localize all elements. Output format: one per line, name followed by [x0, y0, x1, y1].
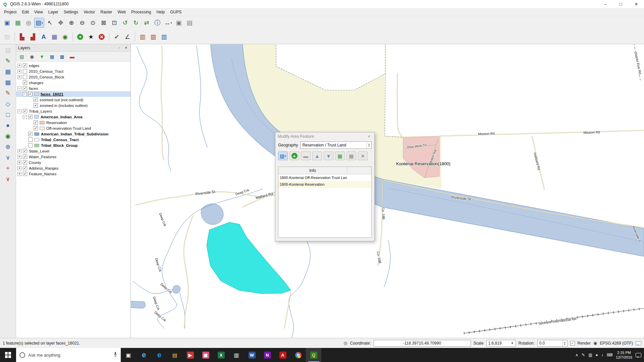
add-feature-button[interactable]: + — [75, 32, 85, 42]
move-tool-button[interactable]: ↖ — [45, 18, 55, 28]
collapse-all-button[interactable]: ▩ — [58, 53, 66, 61]
chevron-down-icon[interactable]: ▼ — [511, 342, 514, 345]
layer-item-changes[interactable]: ✓changes — [16, 80, 130, 85]
layer-checkbox[interactable] — [28, 143, 33, 147]
expander-icon[interactable]: − — [23, 92, 27, 96]
expander-icon[interactable]: + — [17, 155, 21, 159]
table-tool-button[interactable]: ▦ — [346, 152, 356, 160]
layer-checkbox[interactable] — [23, 69, 27, 73]
vertex-v-tool-button[interactable]: ∨ — [3, 153, 13, 162]
layer-checkbox[interactable]: ✓ — [23, 160, 27, 165]
expander-icon[interactable]: + — [17, 166, 21, 170]
sphere-tool-button[interactable]: ◉ — [3, 131, 13, 141]
photos-app-button[interactable]: ▣ — [198, 348, 213, 362]
layer-item-zoomed-out-not-outlined-[interactable]: ✓zoomed out (not outlined) — [16, 97, 130, 103]
layer-item-2010-census-block[interactable]: +2010_Census_Block — [16, 74, 130, 80]
layer-checkbox[interactable]: ✓ — [28, 115, 33, 119]
crosshair-tool-button[interactable]: + — [3, 164, 13, 173]
expander-icon[interactable]: + — [17, 75, 21, 79]
close-panel-button[interactable]: ✕ — [124, 46, 128, 50]
window-titlebar[interactable]: Q QGIS 2.8.3-Wien - 49901211800 –□✕ — [0, 0, 644, 8]
expander-icon[interactable]: + — [17, 172, 21, 176]
zoom-to-selection-button[interactable]: ⊡ — [109, 18, 119, 28]
layer-checkbox[interactable]: ✓ — [23, 155, 27, 159]
menu-web[interactable]: Web — [115, 9, 128, 15]
zoom-full-button[interactable]: ⊠ — [99, 18, 109, 28]
spinner-icon[interactable]: ▴▾ — [562, 340, 566, 346]
messages-icon[interactable] — [636, 341, 641, 345]
hidden-icons-button[interactable]: ∧ — [575, 353, 578, 357]
expander-icon[interactable]: − — [17, 86, 21, 90]
qgis-button[interactable]: Q — [306, 348, 321, 362]
layer-item-reservation[interactable]: ✓Reservation — [16, 120, 130, 125]
globe-tool-button[interactable]: ⊕ — [3, 142, 13, 152]
touch-keyboard-icon[interactable]: ⌨ — [607, 353, 612, 357]
zoom-next-button[interactable]: ↻ — [131, 18, 141, 28]
microphone-icon[interactable] — [113, 352, 117, 358]
epsg-label[interactable]: EPSG:4269 (OTF) — [600, 341, 633, 346]
save-project-button[interactable]: ▣ — [2, 18, 12, 28]
layer-checkbox[interactable]: ✓ — [23, 109, 27, 113]
copy-feature-button[interactable]: ▣ — [174, 18, 184, 28]
web-map-button[interactable]: ◉ — [60, 32, 70, 42]
info-column-header[interactable]: Info — [278, 167, 347, 174]
review-county-button[interactable]: ▥ — [159, 32, 169, 42]
rotation-spinner[interactable]: 0.0 ▴▾ — [537, 340, 568, 347]
grid-split-tool-button[interactable]: ▦ — [3, 67, 13, 76]
layer-item-feature-names[interactable]: +✓Feature_Names — [16, 171, 130, 177]
layer-item-faces[interactable]: −✓faces — [16, 85, 130, 91]
digitize-tool-button[interactable]: ✎ — [3, 56, 13, 66]
menu-raster[interactable]: Raster — [98, 9, 115, 15]
float-panel-button[interactable]: ▫ — [117, 46, 122, 50]
info-row[interactable]: 1800-Kootenai Reservation — [278, 181, 371, 188]
attribute-table-button[interactable]: ▦ — [49, 32, 59, 42]
close-button[interactable]: ✕ — [629, 0, 644, 8]
expander-icon[interactable]: − — [17, 109, 21, 113]
remove-layer-button[interactable]: ▬ — [68, 53, 76, 61]
dropdown-arrow-icon[interactable]: ▾ — [170, 21, 172, 24]
geography-select[interactable]: Reservation / Trust Land ▴▾ — [300, 141, 372, 149]
layer-checkbox[interactable]: ✓ — [23, 149, 27, 153]
expander-icon[interactable]: − — [23, 115, 27, 119]
onenote-button[interactable]: N — [260, 348, 275, 362]
menu-view[interactable]: View — [32, 9, 46, 15]
file-explorer-button[interactable]: ▤ — [167, 348, 182, 362]
expander-icon[interactable]: + — [17, 69, 21, 73]
start-button[interactable] — [0, 348, 16, 362]
layer-item-edges[interactable]: +✓edges — [16, 63, 130, 68]
menu-settings[interactable]: Settings — [61, 9, 81, 15]
taskbar-search[interactable]: Ask me anything — [16, 348, 121, 362]
scale-select[interactable]: 1:6,819 ▼ — [486, 340, 516, 347]
expander-icon[interactable]: + — [17, 161, 21, 165]
layer-item-tribal-layers[interactable]: −✓Tribal_Layers — [16, 108, 130, 114]
layer-item-tribal-block-group[interactable]: Tribal_Block_Group — [16, 142, 130, 148]
identify-button[interactable]: ⓘ — [152, 18, 162, 28]
layer-item-address-ranges[interactable]: +✓Address_Ranges — [16, 165, 130, 171]
rectangle-tool-button[interactable]: □ — [3, 110, 13, 119]
pen-icon[interactable]: ✎ — [582, 353, 585, 357]
layer-item-state-level[interactable]: +✓State_Level — [16, 148, 130, 154]
info-row[interactable]: 1800-Kootenai Off-Reservation Trust Land — [278, 174, 371, 181]
layer-item-water-features[interactable]: +✓Water_Features — [16, 154, 130, 160]
layer-checkbox[interactable]: ✓ — [23, 80, 27, 85]
layer-checkbox[interactable]: ✓ — [23, 166, 27, 170]
layer-checkbox[interactable]: ✓ — [34, 98, 38, 102]
review-tract-button[interactable]: ▥ — [148, 32, 158, 42]
network-icon[interactable]: ● — [595, 353, 598, 357]
layer-checkbox[interactable]: ✓ — [23, 63, 27, 68]
ie-button[interactable]: e — [136, 348, 152, 362]
menu-processing[interactable]: Processing — [128, 9, 154, 15]
edit-vertex-tool-button[interactable]: ✎ — [3, 88, 13, 98]
attributes-grid-tool-button[interactable]: ▦ — [335, 152, 345, 160]
acrobat-button[interactable]: A — [275, 348, 290, 362]
layer-item-off-reservation-trust-land[interactable]: ✓Off-reservation Trust Land — [16, 125, 130, 131]
dialog-titlebar[interactable]: Modify Area Feature ✕ — [275, 132, 374, 140]
add-group-button[interactable]: ▧ — [17, 53, 26, 61]
map-composer-button[interactable]: ▦ — [13, 18, 23, 28]
select-area-button[interactable]: ▨▾ — [34, 18, 44, 28]
menu-edit[interactable]: Edit — [19, 9, 32, 15]
word-button[interactable]: W — [244, 348, 260, 362]
dialog-close-button[interactable]: ✕ — [366, 134, 372, 139]
layer-checkbox[interactable]: ✓ — [23, 172, 27, 176]
minimize-button[interactable]: – — [598, 0, 613, 8]
